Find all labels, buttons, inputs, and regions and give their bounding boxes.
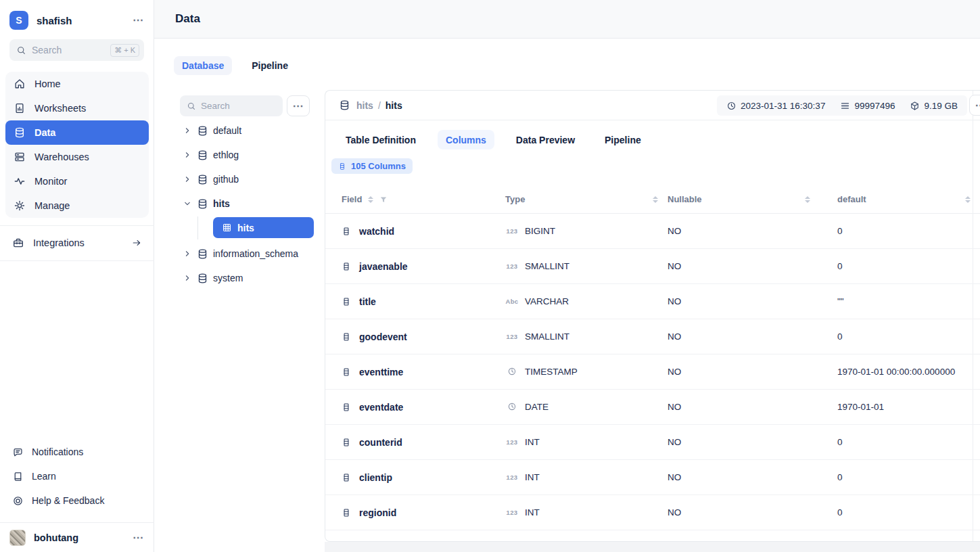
column-icon <box>342 261 351 272</box>
sidebar-item-monitor[interactable]: Monitor <box>5 169 149 193</box>
sidebar-item-home[interactable]: Home <box>5 72 149 96</box>
table-detail-tabs: Table DefinitionColumnsData PreviewPipel… <box>337 130 649 150</box>
database-icon <box>339 99 350 111</box>
global-search-input[interactable] <box>32 45 110 55</box>
type-kind <box>505 402 519 413</box>
sidebar-item-learn[interactable]: Learn <box>5 464 149 488</box>
type-name: TIMESTAMP <box>525 367 578 377</box>
type-name: BIGINT <box>525 226 555 236</box>
sort-icon[interactable] <box>965 196 971 203</box>
search-icon <box>16 45 26 55</box>
sort-icon[interactable] <box>805 196 810 203</box>
sidebar-divider <box>0 522 154 523</box>
tab-label: Data Preview <box>516 135 575 145</box>
sidebar-footer-label: Notifications <box>32 446 83 457</box>
table-row: watchid123BIGINTNO0 <box>325 214 980 249</box>
cell-default: 0 <box>837 226 980 236</box>
database-icon <box>197 150 208 161</box>
tab-database[interactable]: Database <box>174 56 232 75</box>
tab-data-preview[interactable]: Data Preview <box>508 130 583 150</box>
cell-field: watchid <box>342 226 505 237</box>
tree-node-system[interactable]: system <box>172 266 316 290</box>
columns-count-badge: 105 Columns <box>331 158 413 174</box>
filter-icon[interactable] <box>379 196 388 204</box>
column-icon <box>342 472 351 483</box>
tree-search-input[interactable] <box>201 101 276 111</box>
notifications-icon <box>12 446 24 458</box>
tree-node-default[interactable]: default <box>172 118 316 143</box>
sidebar-item-warehouses[interactable]: Warehouses <box>5 145 149 169</box>
workspace-switcher[interactable]: S shafish ⋯ <box>0 8 154 32</box>
tab-table-definition[interactable]: Table Definition <box>337 130 424 150</box>
tab-pipeline[interactable]: Pipeline <box>243 56 296 75</box>
tab-columns[interactable]: Columns <box>438 130 494 150</box>
sort-icon[interactable] <box>368 196 373 203</box>
tree-node-label: ethlog <box>213 150 239 160</box>
user-account[interactable]: bohutang ⋯ <box>0 528 154 548</box>
sidebar-item-worksheets[interactable]: Worksheets <box>5 96 149 120</box>
sidebar-item-notifications[interactable]: Notifications <box>5 440 149 464</box>
columns-table-header: Field Type Nullable default <box>325 185 980 214</box>
user-menu-button[interactable]: ⋯ <box>133 532 144 543</box>
type-kind: 123 <box>505 262 519 270</box>
warehouses-icon <box>14 151 26 163</box>
clock-icon <box>507 402 517 411</box>
type-kind <box>505 367 519 377</box>
workspace-menu-button[interactable]: ⋯ <box>133 15 144 26</box>
tab-pipeline[interactable]: Pipeline <box>597 130 649 150</box>
integrations-label: Integrations <box>33 237 131 248</box>
clock-icon <box>507 367 517 376</box>
columns-count-label: 105 Columns <box>351 161 406 171</box>
tree-table-label: hits <box>237 223 254 233</box>
cell-field: eventtime <box>342 367 505 377</box>
cell-type: TIMESTAMP <box>505 367 668 377</box>
sidebar-item-help-feedback[interactable]: Help & Feedback <box>5 488 149 513</box>
breadcrumb-database[interactable]: hits <box>356 100 373 111</box>
field-name: eventtime <box>359 367 403 377</box>
tree-node-ethlog[interactable]: ethlog <box>172 143 316 167</box>
tab-label: Table Definition <box>346 135 416 145</box>
chevron-right-icon <box>183 151 191 159</box>
stat-size-value: 9.19 GB <box>924 101 958 111</box>
type-name: DATE <box>525 402 549 412</box>
tree-indent-guide <box>197 216 198 239</box>
tab-label: Pipeline <box>605 135 641 145</box>
tree-search[interactable] <box>180 95 283 116</box>
column-icon <box>342 437 351 448</box>
page-background <box>325 542 980 552</box>
home-icon <box>14 78 26 90</box>
field-name: goodevent <box>359 331 407 342</box>
sidebar-footer-label: Learn <box>32 471 56 482</box>
sidebar-item-integrations[interactable]: Integrations <box>5 230 149 256</box>
type-name: SMALLINT <box>525 331 569 342</box>
table-actions-button[interactable]: ⋯ <box>969 95 980 116</box>
field-name: title <box>359 296 376 307</box>
type-name: INT <box>525 507 540 518</box>
sidebar-item-data[interactable]: Data <box>5 120 149 145</box>
cell-type: AbcVARCHAR <box>505 296 668 306</box>
search-shortcut-hint: ⌘ + K <box>110 44 139 57</box>
tree-node-hits[interactable]: hits <box>172 191 316 216</box>
cell-nullable: NO <box>668 402 837 412</box>
sort-icon[interactable] <box>653 196 658 203</box>
column-icon <box>338 162 346 171</box>
tree-node-label: github <box>213 174 239 185</box>
sidebar-item-manage[interactable]: Manage <box>5 193 149 218</box>
tree-node-github[interactable]: github <box>172 167 316 191</box>
cell-default: 1970-01-01 <box>837 402 980 412</box>
cell-field: eventdate <box>342 402 505 413</box>
avatar <box>9 530 26 546</box>
global-search[interactable]: ⌘ + K <box>9 39 144 61</box>
field-name: eventdate <box>359 402 403 413</box>
more-icon: ⋯ <box>975 100 980 111</box>
sidebar-divider <box>0 225 154 226</box>
tree-node-information-schema[interactable]: information_schema <box>172 242 316 266</box>
field-name: clientip <box>359 472 392 483</box>
columns-table-body: watchid123BIGINTNO0javaenable123SMALLINT… <box>325 214 980 530</box>
type-name: INT <box>525 472 540 482</box>
tree-more-button[interactable]: ⋯ <box>287 95 310 116</box>
table-row: clientip123INTNO0 <box>325 460 980 495</box>
tree-table-hits[interactable]: hits <box>213 217 314 238</box>
table-grid-icon <box>222 223 232 233</box>
type-kind: 123 <box>505 333 519 340</box>
